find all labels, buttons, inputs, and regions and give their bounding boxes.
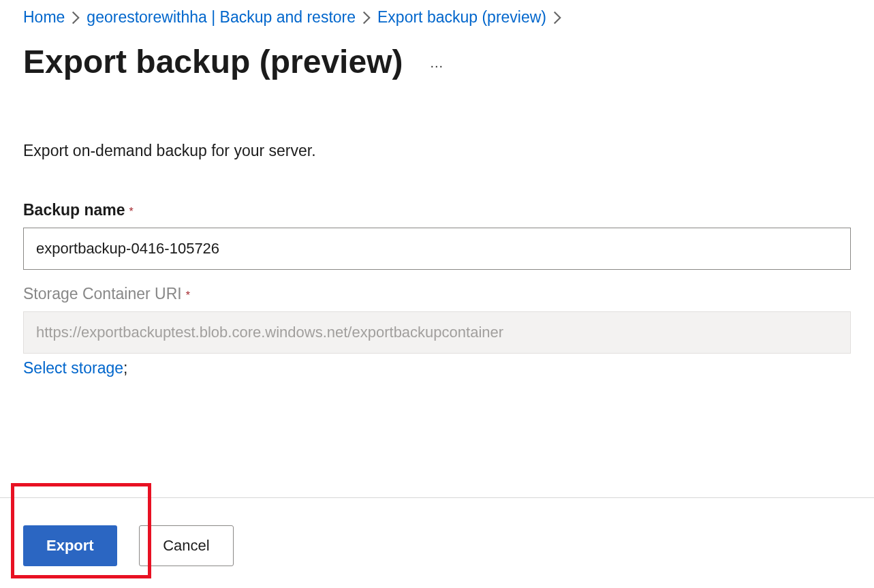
backup-name-input[interactable]: [23, 228, 851, 270]
cancel-button[interactable]: Cancel: [139, 525, 233, 566]
storage-uri-input: [23, 311, 851, 354]
page-title: Export backup (preview): [23, 43, 403, 80]
breadcrumb-link-current[interactable]: Export backup (preview): [377, 8, 546, 27]
breadcrumb: Home georestorewithha | Backup and resto…: [23, 8, 851, 27]
chevron-right-icon: [362, 11, 371, 25]
storage-uri-label: Storage Container URI*: [23, 290, 190, 301]
page-description: Export on-demand backup for your server.: [23, 142, 851, 160]
export-button[interactable]: Export: [23, 525, 117, 566]
required-asterisk: *: [186, 290, 190, 301]
backup-name-label: Backup name*: [23, 206, 134, 217]
breadcrumb-link-resource[interactable]: georestorewithha | Backup and restore: [87, 8, 356, 27]
chevron-right-icon: [553, 11, 561, 25]
footer-actions: Export Cancel: [0, 497, 874, 583]
chevron-right-icon: [72, 11, 80, 25]
required-asterisk: *: [129, 206, 134, 217]
select-storage-link[interactable]: Select storage: [23, 359, 123, 377]
breadcrumb-link-home[interactable]: Home: [23, 8, 65, 27]
select-storage-suffix: ;: [123, 359, 127, 377]
more-actions-icon[interactable]: ···: [430, 58, 443, 74]
